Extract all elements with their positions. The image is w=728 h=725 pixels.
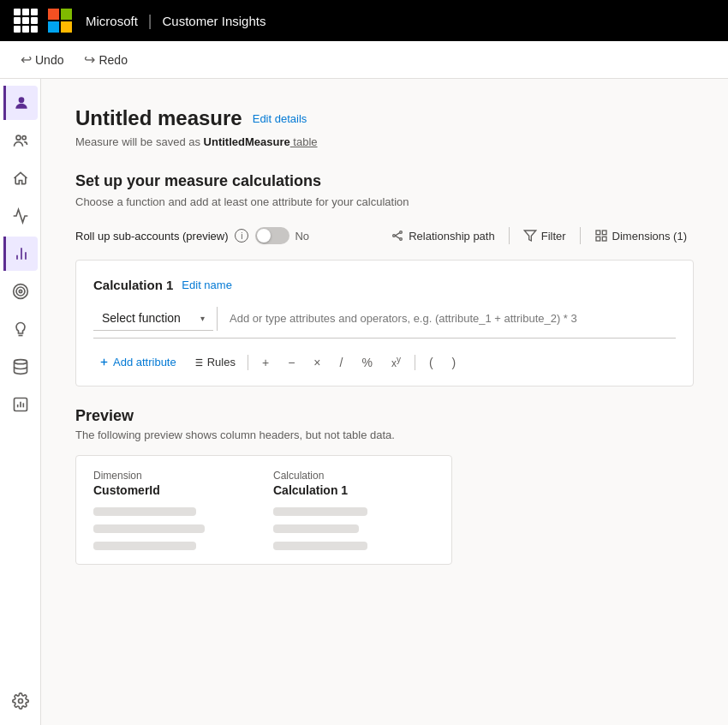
sidebar	[0, 79, 41, 725]
skeleton-bar	[93, 542, 196, 550]
rules-label: Rules	[207, 356, 236, 368]
dimensions-button[interactable]: Dimensions (1)	[588, 225, 694, 246]
svg-point-2	[22, 136, 26, 140]
layout: Untitled measure Edit details Measure wi…	[0, 79, 728, 725]
op-divider-2	[415, 355, 415, 370]
op-divide[interactable]: /	[333, 353, 350, 372]
select-function-dropdown[interactable]: Select function ▾	[93, 306, 213, 331]
redo-label: Redo	[98, 53, 127, 67]
undo-label: Undo	[35, 53, 63, 67]
apps-grid-icon[interactable]	[14, 9, 38, 33]
home-icon	[12, 170, 29, 187]
svg-point-14	[18, 699, 22, 704]
sidebar-item-settings[interactable]	[3, 684, 38, 718]
svg-point-16	[400, 231, 403, 234]
rules-button[interactable]: Rules	[187, 353, 241, 371]
preview-table: Dimension CustomerId Calculation Calcula…	[75, 455, 452, 565]
dimensions-icon	[594, 229, 608, 243]
section-desc: Choose a function and add at least one a…	[75, 195, 694, 208]
profile-icon	[13, 94, 30, 111]
add-attribute-label: Add attribute	[113, 356, 176, 368]
sidebar-item-profile[interactable]	[3, 86, 38, 120]
redo-button[interactable]: ↪ Redo	[77, 48, 134, 71]
svg-line-19	[396, 236, 400, 238]
sidebar-item-people[interactable]	[3, 123, 38, 158]
select-function-chevron: ▾	[200, 314, 205, 323]
skeleton-bar	[273, 507, 367, 516]
preview-title: Preview	[75, 407, 694, 425]
sidebar-item-measures[interactable]	[3, 237, 38, 271]
filter-button[interactable]: Filter	[516, 225, 573, 246]
main-content: Untitled measure Edit details Measure wi…	[41, 79, 728, 725]
toggle-knob	[257, 229, 271, 243]
page-title: Untitled measure	[75, 106, 242, 130]
relationship-path-label: Relationship path	[409, 230, 494, 243]
controls-right: Relationship path Filter Dimensions (1)	[384, 225, 694, 246]
controls-bar: Roll up sub-accounts (preview) i No Rela…	[75, 225, 694, 246]
sidebar-item-data[interactable]	[3, 350, 38, 384]
people-icon	[12, 132, 29, 149]
op-power[interactable]: xy	[385, 352, 408, 372]
svg-rect-23	[596, 237, 600, 241]
microsoft-logo	[48, 9, 72, 33]
analytics-icon	[12, 207, 29, 225]
op-multiply[interactable]: ×	[307, 353, 327, 372]
filter-icon	[523, 229, 537, 243]
svg-rect-21	[596, 231, 600, 235]
topnav: Microsoft | Customer Insights	[0, 0, 728, 41]
select-function-text: Select function	[102, 311, 195, 325]
subtitle-suffix: table	[290, 135, 318, 148]
calculation-card: Calculation 1 Edit name Select function …	[75, 260, 694, 386]
microsoft-label: Microsoft	[86, 14, 138, 28]
op-open-paren[interactable]: (	[422, 353, 440, 372]
rollup-info-icon[interactable]: i	[235, 229, 248, 243]
sidebar-item-home[interactable]	[3, 161, 38, 195]
op-close-paren[interactable]: )	[445, 353, 463, 372]
rollup-toggle[interactable]	[255, 227, 289, 244]
preview-calculation-col: Calculation Calculation 1	[273, 470, 367, 550]
edit-name-link[interactable]: Edit name	[182, 279, 232, 291]
skeleton-bar	[93, 524, 205, 533]
sidebar-item-analytics[interactable]	[3, 199, 38, 233]
op-minus[interactable]: −	[281, 353, 301, 372]
controls-left: Roll up sub-accounts (preview) i No	[75, 227, 309, 244]
sidebar-item-reports[interactable]	[3, 387, 38, 422]
undo-button[interactable]: ↩ Undo	[14, 48, 70, 71]
svg-point-1	[16, 135, 21, 140]
svg-point-15	[393, 235, 396, 237]
formula-input[interactable]	[221, 307, 676, 330]
op-plus[interactable]: +	[255, 353, 276, 372]
divider-2	[580, 227, 581, 244]
svg-marker-20	[524, 231, 535, 241]
edit-details-link[interactable]: Edit details	[253, 112, 307, 125]
calculation-col-value: Calculation 1	[273, 483, 367, 497]
redo-icon: ↪	[84, 51, 95, 68]
undo-icon: ↩	[21, 51, 32, 68]
subtitle-prefix: Measure will be saved as	[75, 135, 204, 148]
page-title-row: Untitled measure Edit details	[75, 106, 694, 130]
filter-label: Filter	[541, 230, 566, 243]
data-icon	[12, 358, 29, 375]
relationship-path-button[interactable]: Relationship path	[384, 225, 501, 246]
sidebar-item-targeting[interactable]	[3, 274, 38, 309]
page-subtitle: Measure will be saved as UntitledMeasure…	[75, 135, 694, 148]
rollup-label: Roll up sub-accounts (preview)	[75, 230, 228, 243]
app-name: Customer Insights	[163, 14, 266, 28]
dimensions-label: Dimensions (1)	[612, 230, 687, 243]
add-icon	[98, 357, 110, 368]
svg-point-8	[19, 290, 21, 292]
nav-divider: |	[148, 12, 152, 30]
add-attribute-button[interactable]: Add attribute	[93, 353, 182, 371]
toggle-label: No	[295, 230, 309, 243]
settings-icon	[12, 692, 29, 710]
sidebar-item-lightbulb[interactable]	[3, 312, 38, 346]
calculation-skeleton-rows	[273, 507, 367, 550]
op-percent[interactable]: %	[355, 353, 379, 372]
calc-title: Calculation 1	[93, 278, 173, 292]
dimension-col-header: Dimension	[93, 470, 205, 482]
formula-row: Select function ▾	[93, 306, 676, 339]
svg-rect-24	[602, 237, 606, 241]
skeleton-bar	[273, 542, 367, 550]
rules-icon	[192, 357, 204, 368]
preview-desc: The following preview shows column heade…	[75, 428, 694, 441]
